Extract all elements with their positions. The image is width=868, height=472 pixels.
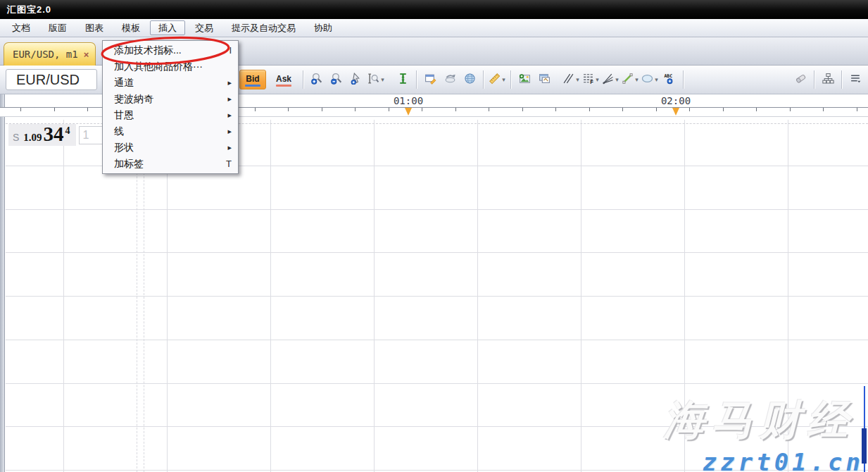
ruler-button[interactable]: ▾ — [487, 69, 507, 90]
menu-bar: 文档版面图表模板插入交易提示及自动交易协助 — [0, 19, 868, 37]
left-panel-splitter[interactable] — [0, 94, 5, 472]
dashed-cursor-line — [137, 123, 137, 472]
add-text-label-icon: ABC — [664, 73, 676, 87]
submenu-arrow-icon: ▸ — [227, 94, 232, 104]
toolbar-separator — [814, 70, 814, 89]
menu-item-add-other-symbol-price[interactable]: 加入其他商品价格··· — [103, 58, 238, 75]
tab-eurusd-m1[interactable]: EUR/USD, m1 × — [4, 42, 96, 66]
watermark-url: zzrt01.cn — [703, 448, 864, 472]
menu-item-label: 甘恩 — [114, 109, 134, 122]
menu-item-add-label[interactable]: 加标签T — [103, 156, 238, 172]
time-axis-label: 02:00 — [661, 95, 691, 106]
ask-button[interactable]: Ask — [270, 70, 297, 89]
toolbar-separator — [303, 70, 303, 89]
capture-window-icon — [539, 73, 551, 87]
v-gridline — [63, 120, 64, 472]
bid-button-label: Bid — [246, 74, 259, 84]
menu-item-shape[interactable]: 形状▸ — [103, 139, 238, 156]
fib-lines-icon: F — [582, 73, 594, 87]
draw-line-icon — [622, 73, 634, 87]
svg-text:F: F — [590, 79, 593, 85]
axis-tick — [622, 108, 623, 111]
trendlines-icon — [562, 73, 574, 87]
insert-menu-dropdown: 添加技术指标...I加入其他商品价格···通道▸斐波納奇▸甘恩▸线▸形状▸加标签… — [102, 40, 239, 174]
zoom-in-button[interactable] — [307, 69, 327, 90]
cursor-zoom-button[interactable] — [346, 69, 366, 90]
axis-tick — [355, 108, 356, 111]
zoom-range-button[interactable]: ▾ — [366, 69, 386, 90]
symbol-combobox[interactable]: EUR/USD — [6, 69, 97, 90]
annotate-window-button[interactable] — [420, 69, 440, 90]
axis-tick — [87, 108, 88, 111]
ellipse-shape-button[interactable]: ▾ — [640, 69, 660, 90]
time-marker-icon — [405, 108, 412, 116]
toolbar-separator — [683, 70, 684, 89]
time-axis-label: 01:00 — [394, 95, 423, 106]
axis-tick — [489, 108, 489, 111]
menu-item-label: 加标签 — [114, 158, 144, 170]
svg-text:ABC: ABC — [664, 73, 672, 79]
menu-item-channel[interactable]: 通道▸ — [103, 75, 238, 91]
fit-vertical-button[interactable] — [393, 69, 413, 90]
menu-item-label: 线 — [114, 125, 124, 138]
quote-price-pip: 4 — [65, 125, 70, 137]
menu-item-label: 斐波納奇 — [114, 93, 153, 106]
zoom-out-button[interactable] — [327, 69, 346, 90]
menu-shortcut: I — [229, 45, 232, 56]
chevron-down-icon: ▾ — [381, 76, 384, 83]
add-image-button[interactable] — [515, 69, 534, 90]
menubar-item-trade[interactable]: 交易 — [187, 20, 222, 35]
bid-button[interactable]: Bid — [239, 70, 266, 89]
add-image-icon — [519, 73, 531, 87]
menubar-item-document[interactable]: 文档 — [4, 20, 39, 35]
menubar-item-template[interactable]: 模板 — [113, 20, 149, 35]
candlestick-body — [862, 428, 867, 464]
axis-tick — [422, 108, 422, 111]
zoom-in-icon — [311, 73, 323, 87]
menu-item-line[interactable]: 线▸ — [103, 123, 238, 139]
menubar-item-chart[interactable]: 图表 — [77, 20, 112, 35]
add-text-label-button[interactable]: ABC — [660, 69, 679, 90]
axis-tick — [288, 108, 289, 111]
refresh-view-icon — [444, 73, 456, 87]
trendlines-button[interactable]: ▾ — [561, 69, 581, 90]
fib-lines-button[interactable]: F▾ — [581, 69, 600, 90]
ruler-icon — [489, 73, 501, 87]
capture-window-button[interactable] — [534, 69, 554, 90]
cursor-zoom-icon — [351, 73, 363, 87]
close-icon[interactable]: × — [84, 50, 89, 59]
chevron-down-icon: ▾ — [576, 76, 579, 83]
menubar-item-help[interactable]: 协助 — [306, 20, 341, 35]
menu-item-fibonacci[interactable]: 斐波納奇▸ — [103, 91, 238, 107]
eraser-button[interactable] — [791, 69, 810, 90]
time-marker-icon — [672, 108, 679, 116]
sell-quote-button[interactable]: S 1.09 34 4 — [8, 124, 76, 146]
axis-tick — [857, 108, 857, 111]
menu-item-gann[interactable]: 甘恩▸ — [103, 107, 238, 123]
menubar-item-layout[interactable]: 版面 — [40, 20, 75, 35]
quantity-input[interactable]: 1 — [79, 126, 104, 144]
refresh-view-button[interactable] — [440, 69, 460, 90]
menubar-item-alerts-autotrade[interactable]: 提示及自动交易 — [223, 20, 304, 35]
fan-lines-button[interactable]: ▾ — [600, 69, 620, 90]
zoom-range-icon — [367, 73, 379, 87]
list-menu-button[interactable] — [845, 69, 865, 90]
ellipse-shape-icon — [641, 73, 653, 87]
sell-side-label: S — [13, 132, 19, 143]
axis-tick — [255, 108, 256, 111]
h-gridline — [6, 252, 868, 253]
menu-item-add-indicator[interactable]: 添加技术指标...I — [103, 42, 238, 58]
menubar-item-insert[interactable]: 插入 — [150, 20, 185, 35]
ask-button-label: Ask — [276, 74, 291, 84]
submenu-arrow-icon: ▸ — [227, 127, 232, 136]
globe-button[interactable] — [460, 69, 479, 90]
tab-label: EUR/USD, m1 — [13, 49, 78, 60]
quote-price-prefix: 1.09 — [23, 132, 42, 144]
fit-vertical-icon — [397, 73, 409, 87]
axis-tick — [322, 108, 322, 111]
draw-line-button[interactable]: ▾ — [620, 69, 640, 90]
hierarchy-button[interactable] — [818, 69, 838, 90]
dashed-cursor-line — [144, 123, 144, 472]
v-gridline — [270, 120, 271, 472]
submenu-arrow-icon: ▸ — [227, 111, 232, 120]
